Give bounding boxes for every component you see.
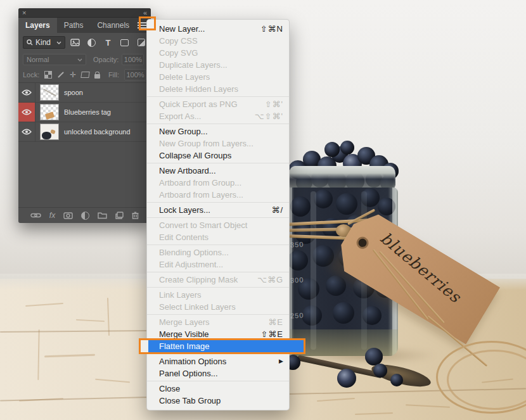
lock-transparent-icon[interactable] bbox=[44, 71, 52, 79]
opacity-value-box[interactable]: 100% bbox=[122, 54, 144, 65]
menu-item-export-as: Export As...⌥⇧⌘' bbox=[147, 110, 289, 122]
smart-object-filter-icon[interactable] bbox=[136, 38, 146, 48]
layer-thumbnail[interactable] bbox=[40, 124, 59, 140]
layer-row-blueberries-tag[interactable]: Blueberries tag bbox=[18, 103, 151, 122]
blueberry bbox=[365, 348, 383, 366]
menu-item-label: Flatten Image bbox=[159, 340, 283, 352]
fill-label: Fill: bbox=[108, 71, 119, 79]
visibility-eye-icon[interactable] bbox=[18, 83, 35, 102]
menu-item-artboard-from-layers: Artboard from Layers... bbox=[147, 189, 289, 201]
menu-item-panel-options[interactable]: Panel Options... bbox=[147, 367, 289, 379]
menu-item-label: New Artboard... bbox=[159, 165, 283, 177]
jar-measure-mark: 300 bbox=[290, 276, 304, 284]
pixel-layer-filter-icon[interactable] bbox=[70, 38, 80, 48]
layer-row-unlocked-background[interactable]: unlocked background bbox=[18, 122, 151, 142]
menu-item-duplicate-layers: Duplicate Layers... bbox=[147, 59, 289, 71]
lock-paint-icon[interactable] bbox=[57, 74, 65, 75]
menu-item-copy-svg: Copy SVG bbox=[147, 47, 289, 59]
adjustment-layer-icon[interactable] bbox=[81, 212, 89, 220]
adjustment-filter-icon[interactable] bbox=[86, 38, 97, 48]
fill-value-box[interactable]: 100% bbox=[124, 69, 146, 80]
menu-separator bbox=[147, 217, 289, 218]
menu-item-label: Copy CSS bbox=[159, 35, 283, 47]
menu-item-shortcut: ⌥⌘G bbox=[257, 274, 283, 286]
layer-thumbnail[interactable] bbox=[40, 84, 59, 101]
layer-mask-icon[interactable] bbox=[63, 212, 73, 219]
fill-value: 100% bbox=[126, 71, 144, 79]
menu-item-label: Link Layers bbox=[159, 289, 283, 301]
visibility-eye-icon[interactable] bbox=[18, 103, 35, 122]
blend-mode-select[interactable]: Normal bbox=[23, 54, 86, 65]
menu-separator bbox=[147, 245, 289, 245]
new-group-folder-icon[interactable] bbox=[98, 212, 107, 219]
menu-separator bbox=[147, 124, 289, 124]
panel-bottom-bar: fx bbox=[18, 207, 151, 223]
layer-style-fx-icon[interactable]: fx bbox=[49, 211, 55, 220]
lock-position-icon[interactable]: ✛ bbox=[70, 70, 76, 79]
menu-separator bbox=[147, 96, 289, 97]
tab-paths[interactable]: Paths bbox=[57, 18, 91, 33]
menu-item-animation-options[interactable]: Animation Options▶ bbox=[147, 355, 289, 367]
menu-item-label: Merge Layers bbox=[159, 316, 260, 328]
lock-all-icon[interactable] bbox=[94, 72, 100, 79]
menu-item-label: Close bbox=[159, 383, 283, 395]
layer-name: Blueberries tag bbox=[64, 108, 111, 116]
delete-layer-icon[interactable] bbox=[132, 212, 139, 219]
panel-flyout-menu: New Layer...⇧⌘NCopy CSSCopy SVGDuplicate… bbox=[146, 19, 290, 410]
tab-channels[interactable]: Channels bbox=[90, 18, 136, 33]
menu-separator bbox=[147, 202, 289, 203]
menu-item-label: New Group... bbox=[159, 125, 283, 137]
menu-item-label: Select Linked Layers bbox=[159, 301, 283, 313]
menu-item-label: New Layer... bbox=[159, 23, 253, 35]
menu-item-label: Delete Layers bbox=[159, 71, 283, 83]
menu-item-artboard-from-group: Artboard from Group... bbox=[147, 177, 289, 189]
type-filter-icon[interactable]: T bbox=[103, 38, 113, 48]
new-layer-icon[interactable] bbox=[115, 212, 124, 219]
menu-item-copy-css: Copy CSS bbox=[147, 35, 289, 47]
tab-layers[interactable]: Layers bbox=[18, 18, 57, 33]
blueberry bbox=[337, 369, 356, 388]
menu-item-create-clipping-mask: Create Clipping Mask⌥⌘G bbox=[147, 274, 289, 286]
menu-item-edit-contents: Edit Contents bbox=[147, 231, 289, 243]
menu-item-new-layer[interactable]: New Layer...⇧⌘N bbox=[147, 23, 289, 35]
panel-header: × « bbox=[18, 8, 151, 18]
panel-empty-area bbox=[18, 142, 151, 207]
menu-item-lock-layers[interactable]: Lock Layers...⌘/ bbox=[147, 204, 289, 216]
menu-item-close-tab-group[interactable]: Close Tab Group bbox=[147, 395, 289, 407]
layer-name: spoon bbox=[64, 89, 83, 96]
lock-artboard-icon[interactable] bbox=[81, 72, 89, 78]
menu-item-label: Create Clipping Mask bbox=[159, 274, 250, 286]
menu-item-close[interactable]: Close bbox=[147, 383, 289, 395]
close-icon[interactable]: × bbox=[22, 10, 26, 16]
menu-item-label: Edit Contents bbox=[159, 231, 283, 243]
screenshot-stage: 350 300 250 blueberries × « Layers Pa bbox=[0, 0, 526, 420]
visibility-eye-icon[interactable] bbox=[18, 122, 35, 141]
menu-item-flatten-image[interactable]: Flatten Image bbox=[147, 340, 289, 352]
menu-item-link-layers: Link Layers bbox=[147, 289, 289, 301]
menu-item-label: Artboard from Layers... bbox=[159, 189, 283, 201]
blueberry bbox=[290, 196, 311, 217]
link-layers-icon[interactable] bbox=[30, 212, 41, 219]
kind-filter-dropdown[interactable]: Kind bbox=[23, 36, 65, 49]
menu-item-new-artboard[interactable]: New Artboard... bbox=[147, 165, 289, 177]
menu-item-label: Animation Options bbox=[159, 355, 271, 367]
filter-type-icons: T bbox=[70, 38, 146, 48]
glass-highlight bbox=[311, 191, 316, 350]
menu-separator bbox=[147, 272, 289, 272]
menu-item-new-group[interactable]: New Group... bbox=[147, 125, 289, 137]
menu-item-shortcut: ⌘E bbox=[268, 316, 283, 328]
menu-item-delete-hidden-layers: Delete Hidden Layers bbox=[147, 83, 289, 95]
menu-item-label: Collapse All Groups bbox=[159, 150, 283, 162]
layer-thumbnail[interactable] bbox=[40, 104, 59, 120]
menu-item-collapse-all-groups[interactable]: Collapse All Groups bbox=[147, 150, 289, 162]
opacity-value: 100% bbox=[124, 56, 142, 63]
menu-item-merge-layers: Merge Layers⌘E bbox=[147, 316, 289, 328]
shape-filter-icon[interactable] bbox=[119, 38, 130, 48]
opacity-label: Opacity: bbox=[93, 56, 119, 63]
menu-item-new-group-from-layers: New Group from Layers... bbox=[147, 137, 289, 150]
blueberry bbox=[333, 302, 354, 324]
panel-tab-bar: Layers Paths Channels bbox=[18, 18, 151, 33]
menu-item-quick-export-as-png: Quick Export as PNG⇧⌘' bbox=[147, 98, 289, 110]
collapse-panel-icon[interactable]: « bbox=[143, 10, 147, 16]
layer-row-spoon[interactable]: spoon bbox=[18, 83, 151, 103]
